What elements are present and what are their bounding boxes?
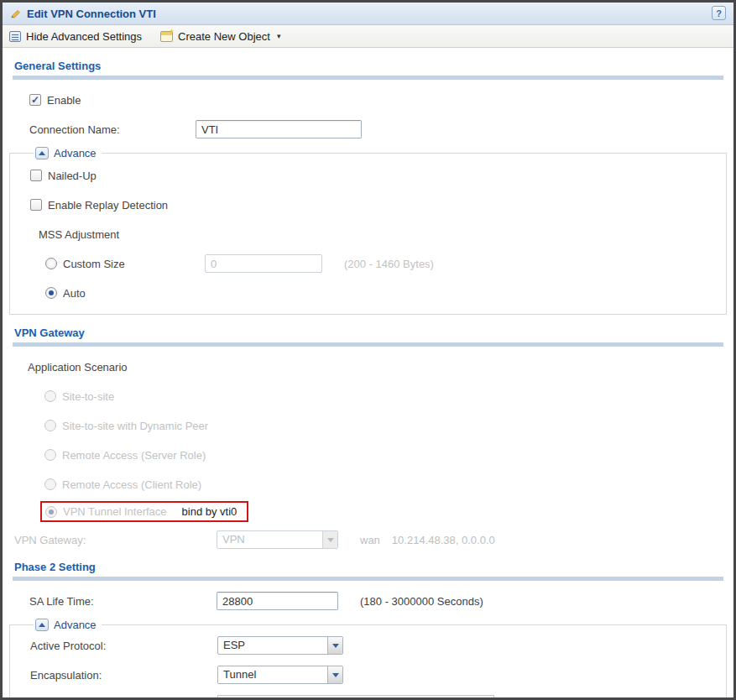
dropdown-button[interactable] [327, 637, 342, 654]
client-role-label: Remote Access (Client Role) [62, 478, 201, 491]
enable-checkbox[interactable] [29, 94, 41, 106]
site-to-site-label: Site-to-site [62, 390, 114, 403]
nailed-up-checkbox[interactable] [30, 170, 42, 181]
dynamic-peer-radio[interactable] [44, 420, 56, 431]
vpn-gateway-selected-value: VPN [217, 531, 322, 548]
triangle-up-icon [39, 151, 45, 155]
encapsulation-label: Encapsulation: [30, 669, 217, 682]
edit-pencil-icon [9, 8, 22, 20]
edit-vpn-connection-dialog: Edit VPN Connection VTI ? Hide Advanced … [0, 0, 736, 700]
vpn-tunnel-interface-label: VPN Tunnel Interface [63, 505, 167, 518]
hide-advanced-settings-label: Hide Advanced Settings [26, 30, 142, 43]
dialog-titlebar: Edit VPN Connection VTI ? [3, 3, 733, 25]
general-advance-fieldset: Advance Nailed-Up Enable Replay Detectio… [9, 147, 727, 315]
replay-detection-label: Enable Replay Detection [48, 199, 168, 212]
custom-size-hint: (200 - 1460 Bytes) [344, 258, 434, 270]
enable-row: Enable [9, 91, 727, 109]
vpn-gateway-row: VPN Gateway: VPN wan10.214.48.38, 0.0.0.… [9, 530, 727, 549]
triangle-up-icon [39, 623, 45, 627]
dialog-toolbar: Hide Advanced Settings Create New Object… [3, 25, 733, 48]
dropdown-button[interactable] [322, 531, 337, 548]
enable-label: Enable [47, 94, 81, 107]
auto-row: Auto [30, 284, 719, 302]
sa-life-time-input[interactable] [217, 592, 338, 610]
active-protocol-select[interactable]: ESP [217, 636, 343, 655]
bind-by-vti0-note: bind by vti0 [182, 505, 238, 518]
sa-life-time-row: SA Life Time: (180 - 3000000 Seconds) [9, 592, 727, 610]
active-protocol-label: Active Protocol: [30, 640, 217, 652]
new-object-icon [160, 31, 173, 42]
chevron-down-icon [332, 644, 339, 648]
dropdown-button[interactable] [327, 666, 342, 683]
scenario-site-to-site-row: Site-to-site [9, 387, 727, 405]
scenario-client-role-row: Remote Access (Client Role) [9, 475, 727, 494]
custom-size-row: Custom Size (200 - 1460 Bytes) [30, 254, 719, 273]
custom-size-radio[interactable] [45, 258, 57, 269]
gateway-address-info: wan10.214.48.38, 0.0.0.0 [360, 534, 495, 546]
custom-size-input[interactable] [205, 254, 322, 273]
proposal-panel: + Add Edit Remove # [217, 695, 494, 700]
phase2-advance-fieldset: Advance Active Protocol: ESP Encapsulati… [9, 619, 727, 700]
highlight-red-box: VPN Tunnel Interface bind by vti0 [40, 501, 248, 522]
collapse-advance-button[interactable] [35, 619, 49, 631]
sa-life-time-hint: (180 - 3000000 Seconds) [360, 595, 483, 608]
advance-label: Advance [54, 147, 97, 159]
mss-adjustment-label: MSS Adjustment [39, 228, 119, 241]
server-role-radio[interactable] [44, 449, 56, 461]
custom-size-label: Custom Size [63, 258, 125, 270]
caret-down-icon: ▾ [277, 32, 281, 40]
proposal-label: Proposal [30, 695, 217, 700]
sa-life-time-label: SA Life Time: [29, 595, 217, 608]
chevron-down-icon [327, 538, 334, 542]
vpn-gateway-select[interactable]: VPN [217, 530, 338, 549]
nailed-up-row: Nailed-Up [30, 166, 719, 185]
list-icon [9, 31, 21, 42]
help-button[interactable]: ? [712, 6, 726, 20]
dynamic-peer-label: Site-to-site with Dynamic Peer [62, 420, 208, 432]
general-settings-heading: General Settings [14, 60, 727, 72]
connection-name-label: Connection Name: [29, 123, 196, 136]
phase2-heading: Phase 2 Setting [14, 561, 727, 573]
scenario-server-role-row: Remote Access (Server Role) [9, 446, 727, 464]
advance-label: Advance [54, 619, 97, 631]
connection-name-input[interactable] [196, 120, 362, 138]
replay-detection-checkbox[interactable] [30, 199, 42, 211]
create-new-object-label: Create New Object [178, 30, 270, 43]
nailed-up-label: Nailed-Up [48, 170, 97, 182]
active-protocol-value: ESP [218, 637, 327, 654]
auto-radio[interactable] [45, 287, 57, 299]
auto-label: Auto [63, 287, 86, 300]
connection-name-row: Connection Name: [9, 120, 727, 138]
gateway-ip: 10.214.48.38, 0.0.0.0 [392, 534, 495, 546]
application-scenario-row: Application Scenario [9, 358, 727, 376]
encapsulation-select[interactable]: Tunnel [217, 666, 343, 684]
scenario-dynamic-peer-row: Site-to-site with Dynamic Peer [9, 416, 727, 435]
proposal-row: Proposal + Add Edit Remove [30, 695, 719, 700]
scenario-vti-row: VPN Tunnel Interface bind by vti0 [9, 501, 727, 522]
site-to-site-radio[interactable] [44, 390, 56, 402]
server-role-label: Remote Access (Server Role) [62, 449, 206, 462]
gateway-interface: wan [360, 534, 380, 546]
hide-advanced-settings-button[interactable]: Hide Advanced Settings [9, 30, 142, 43]
section-underline [13, 577, 723, 581]
client-role-radio[interactable] [44, 478, 56, 490]
application-scenario-label: Application Scenario [28, 361, 128, 374]
section-underline [13, 76, 723, 80]
collapse-advance-button[interactable] [35, 147, 49, 159]
proposal-toolbar: + Add Edit Remove [218, 696, 493, 700]
dialog-title: Edit VPN Connection VTI [27, 8, 156, 20]
replay-detection-row: Enable Replay Detection [30, 196, 719, 214]
vpn-tunnel-interface-radio[interactable] [45, 506, 57, 518]
create-new-object-button[interactable]: Create New Object ▾ [160, 30, 280, 43]
mss-adjustment-row: MSS Adjustment [30, 225, 719, 243]
active-protocol-row: Active Protocol: ESP [30, 636, 719, 655]
vpn-gateway-label: VPN Gateway: [14, 534, 217, 546]
vpn-gateway-heading: VPN Gateway [14, 326, 727, 339]
chevron-down-icon [332, 673, 339, 677]
dialog-content: General Settings Enable Connection Name:… [3, 48, 733, 700]
section-underline [13, 342, 723, 347]
encapsulation-value: Tunnel [218, 666, 327, 683]
encapsulation-row: Encapsulation: Tunnel [30, 666, 719, 684]
